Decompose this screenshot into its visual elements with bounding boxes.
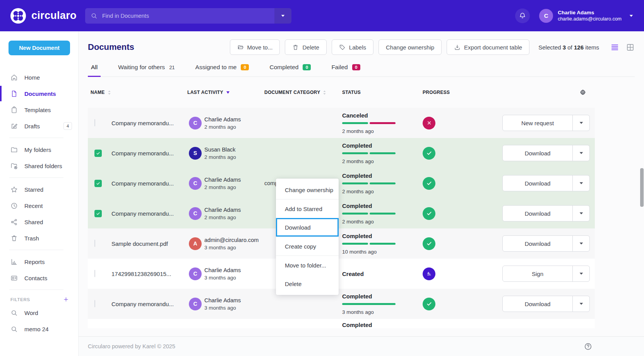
action-label[interactable]: Sign <box>503 266 573 281</box>
sidebar-item-drafts[interactable]: Drafts4 <box>0 118 78 134</box>
row-action-button[interactable]: Download <box>502 205 590 221</box>
action-dropdown-caret[interactable] <box>573 266 589 281</box>
row-action-button[interactable]: Sign <box>502 266 590 282</box>
home-icon <box>10 74 18 81</box>
move-to-button[interactable]: Move to... <box>230 39 280 55</box>
table-row[interactable]: 17429981238269015...CCharlie Adams3 mont… <box>88 259 595 289</box>
pencil-icon <box>10 123 18 130</box>
sidebar-item-templates[interactable]: Templates <box>0 102 78 118</box>
action-cell: Download <box>502 175 595 191</box>
column-settings-gear-icon[interactable] <box>579 89 586 96</box>
folder-icon <box>10 146 18 153</box>
action-label[interactable]: Download <box>503 236 573 251</box>
search-scope-dropdown[interactable] <box>274 8 291 24</box>
table-row[interactable]: Company memorandu...CCharlie Adams2 mont… <box>88 108 595 138</box>
row-checkbox[interactable] <box>94 180 102 187</box>
menu-item-add-to-starred[interactable]: Add to Starred <box>276 199 339 218</box>
grid-view-icon[interactable] <box>626 43 635 52</box>
labels-button[interactable]: Labels <box>332 39 373 55</box>
status-cell: Completed2 months ago <box>342 203 423 225</box>
menu-item-create-copy[interactable]: Create copy <box>276 237 339 256</box>
row-checkbox[interactable] <box>94 150 102 157</box>
trash-icon <box>10 235 18 242</box>
status-label: Completed <box>342 142 423 149</box>
row-checkbox[interactable] <box>94 270 95 277</box>
menu-item-delete[interactable]: Delete <box>276 274 339 293</box>
row-checkbox[interactable] <box>94 210 102 217</box>
chart-icon <box>10 258 18 266</box>
list-view-icon[interactable] <box>610 43 619 52</box>
help-icon[interactable] <box>584 342 592 351</box>
action-label[interactable]: New request <box>503 115 573 131</box>
table-row[interactable]: Company memorandu...CCharlie Adams2 mont… <box>88 168 595 198</box>
global-search[interactable] <box>85 8 291 24</box>
sidebar-item-shared[interactable]: Shared <box>0 214 78 230</box>
table-row[interactable]: Company memorandu...CCharlie Adams2 mont… <box>88 198 595 228</box>
tab-completed[interactable]: Completed0 <box>266 61 314 77</box>
sidebar-item-starred[interactable]: Starred <box>0 181 78 198</box>
menu-item-change-ownership[interactable]: Change ownership <box>276 181 339 199</box>
action-dropdown-caret[interactable] <box>573 296 589 312</box>
progress-cell <box>423 147 502 160</box>
search-input[interactable] <box>101 12 274 19</box>
row-action-button[interactable]: New request <box>502 115 590 131</box>
avatar: S <box>189 147 202 160</box>
change-ownership-button[interactable]: Change ownership <box>379 39 442 55</box>
sidebar-divider <box>9 250 63 250</box>
sidebar-filter-word[interactable]: Word <box>0 305 78 321</box>
action-label[interactable]: Download <box>503 145 573 161</box>
sidebar-item-trash[interactable]: Trash <box>0 230 78 246</box>
last-activity-cell: Charlie Adams3 months ago <box>204 267 264 281</box>
action-dropdown-caret[interactable] <box>573 115 589 131</box>
status-label: Completed <box>342 319 423 328</box>
user-menu[interactable]: C Charlie Adams charlie.adams@circularo.… <box>539 9 633 23</box>
new-document-button[interactable]: New Document <box>9 41 70 55</box>
sidebar-item-contacts[interactable]: Contacts <box>0 270 78 286</box>
progress-cell <box>423 117 502 129</box>
tab-failed[interactable]: Failed0 <box>328 61 363 77</box>
row-action-button[interactable]: Download <box>502 296 590 312</box>
column-header-last-activity[interactable]: LAST ACTIVITY <box>187 90 264 95</box>
tab-all[interactable]: All <box>88 61 101 77</box>
action-dropdown-caret[interactable] <box>573 236 589 251</box>
tab-assigned-to-me[interactable]: Assigned to me0 <box>192 61 252 77</box>
row-action-button[interactable]: Download <box>502 145 590 161</box>
sidebar-item-reports[interactable]: Reports <box>0 254 78 270</box>
column-header-document-category[interactable]: DOCUMENT CATEGORY <box>264 90 342 95</box>
column-label: DOCUMENT CATEGORY <box>264 90 320 95</box>
action-label[interactable]: Download <box>503 175 573 191</box>
menu-item-move-to-folder[interactable]: Move to folder... <box>276 256 339 274</box>
tab-waiting-for-others[interactable]: Waiting for others21 <box>115 61 178 77</box>
row-action-button[interactable]: Download <box>502 175 590 191</box>
table-row[interactable]: Company memorandu...SSusan Black2 months… <box>88 138 595 168</box>
action-label[interactable]: Download <box>503 296 573 312</box>
menu-item-download[interactable]: Download <box>276 218 339 237</box>
brand-logo[interactable]: circularo <box>10 8 79 24</box>
chevron-down-icon <box>629 15 633 17</box>
sidebar-item-shared-folders[interactable]: Shared folders <box>0 158 78 174</box>
sidebar-item-recent[interactable]: Recent <box>0 198 78 214</box>
action-label[interactable]: Download <box>503 206 573 221</box>
progress-bar <box>342 243 423 245</box>
column-header-name[interactable]: NAME <box>91 90 187 95</box>
add-filter-button[interactable] <box>63 296 69 302</box>
action-dropdown-caret[interactable] <box>573 175 589 191</box>
row-action-button[interactable]: Download <box>502 235 590 252</box>
delete-button[interactable]: Delete <box>285 39 326 55</box>
sidebar-filter-memo-24[interactable]: memo 24 <box>0 321 78 337</box>
sidebar-item-home[interactable]: Home <box>0 69 78 85</box>
table-row[interactable]: Sample document.pdfAadmin@circularo.com3… <box>88 228 595 259</box>
sidebar-item-my-folders[interactable]: My folders <box>0 141 78 158</box>
user-email: charlie.adams@circularo.com <box>558 16 622 22</box>
notifications-button[interactable] <box>515 9 530 23</box>
row-checkbox[interactable] <box>94 300 95 307</box>
action-dropdown-caret[interactable] <box>573 206 589 221</box>
action-dropdown-caret[interactable] <box>573 145 589 161</box>
row-checkbox[interactable] <box>94 240 95 247</box>
table-row[interactable]: Company memorandu...CCharlie Adams3 mont… <box>88 289 595 319</box>
vertical-scrollbar[interactable] <box>640 168 644 207</box>
sidebar-item-documents[interactable]: Documents <box>0 85 78 102</box>
export-table-button[interactable]: Export document table <box>447 39 529 55</box>
row-checkbox[interactable] <box>94 119 95 126</box>
avatar: C <box>189 177 202 190</box>
